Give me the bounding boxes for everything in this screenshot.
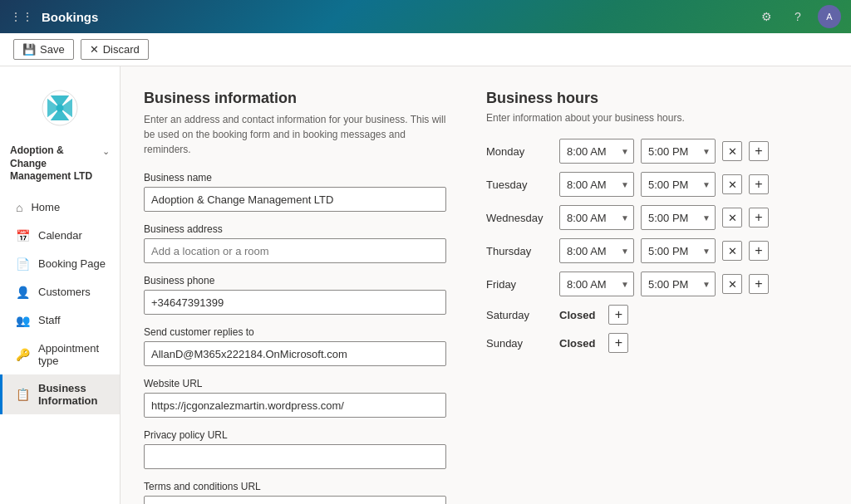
website-url-input[interactable] bbox=[144, 393, 446, 418]
monday-start-select[interactable]: 8:00 AM bbox=[559, 139, 634, 164]
user-avatar[interactable]: A bbox=[818, 5, 841, 28]
discard-label: Discard bbox=[103, 43, 140, 56]
settings-icon[interactable]: ⚙ bbox=[755, 5, 778, 28]
sidebar-item-label: Home bbox=[31, 201, 60, 213]
content-area: Business information Enter an address an… bbox=[121, 66, 851, 504]
sidebar-item-customers[interactable]: 👤 Customers bbox=[0, 278, 120, 306]
staff-icon: 👥 bbox=[16, 314, 30, 327]
thursday-remove-button[interactable]: ✕ bbox=[722, 241, 742, 261]
privacy-policy-label: Privacy policy URL bbox=[144, 429, 446, 441]
main-layout: Adoption & Change Management LTD ⌄ ⌂ Hom… bbox=[0, 66, 851, 504]
sidebar-item-label: Business Information bbox=[38, 382, 106, 407]
wednesday-label: Wednesday bbox=[486, 212, 553, 224]
thursday-start-select[interactable]: 8:00 AM bbox=[559, 238, 634, 263]
sidebar-company[interactable]: Adoption & Change Management LTD ⌄ bbox=[0, 141, 120, 193]
privacy-policy-group: Privacy policy URL bbox=[144, 429, 446, 469]
sidebar-item-staff[interactable]: 👥 Staff bbox=[0, 306, 120, 335]
monday-add-button[interactable]: + bbox=[749, 141, 769, 161]
monday-end-select[interactable]: 5:00 PM bbox=[641, 139, 716, 164]
tuesday-add-button[interactable]: + bbox=[749, 174, 769, 194]
friday-remove-button[interactable]: ✕ bbox=[722, 274, 742, 294]
tuesday-remove-button[interactable]: ✕ bbox=[722, 174, 742, 194]
saturday-add-button[interactable]: + bbox=[608, 305, 628, 325]
business-info-panel: Business information Enter an address an… bbox=[121, 66, 470, 504]
sunday-add-button[interactable]: + bbox=[608, 333, 628, 353]
send-replies-input[interactable] bbox=[144, 341, 446, 366]
business-address-group: Business address bbox=[144, 223, 446, 263]
discard-button[interactable]: ✕ Discard bbox=[81, 39, 149, 60]
terms-conditions-label: Terms and conditions URL bbox=[144, 481, 446, 492]
key-icon: 🔑 bbox=[16, 348, 30, 361]
business-name-input[interactable] bbox=[144, 187, 446, 212]
business-hours-title: Business hours bbox=[486, 90, 828, 107]
wednesday-add-button[interactable]: + bbox=[749, 208, 769, 228]
tuesday-end-select[interactable]: 5:00 PM bbox=[641, 172, 716, 197]
briefcase-icon: 📋 bbox=[16, 388, 30, 401]
privacy-policy-input[interactable] bbox=[144, 444, 446, 469]
company-name: Adoption & Change Management LTD bbox=[10, 144, 102, 183]
sidebar-item-label: Booking Page bbox=[38, 257, 106, 270]
business-phone-label: Business phone bbox=[144, 275, 446, 286]
wednesday-end-wrapper: 5:00 PM ▼ bbox=[641, 205, 716, 230]
saturday-label: Saturday bbox=[486, 309, 553, 321]
monday-start-wrapper: 8:00 AM ▼ bbox=[559, 139, 634, 164]
sunday-hours-row: Sunday Closed + bbox=[486, 333, 828, 353]
thursday-end-select[interactable]: 5:00 PM bbox=[641, 238, 716, 263]
friday-end-select[interactable]: 5:00 PM bbox=[641, 272, 716, 296]
business-info-desc: Enter an address and contact information… bbox=[144, 112, 446, 157]
calendar-icon: 📅 bbox=[16, 229, 30, 242]
business-hours-panel: Business hours Enter information about y… bbox=[470, 66, 851, 504]
friday-start-select[interactable]: 8:00 AM bbox=[559, 272, 634, 296]
wednesday-hours-row: Wednesday 8:00 AM ▼ 5:00 PM ▼ ✕ + bbox=[486, 205, 828, 230]
save-button[interactable]: 💾 Save bbox=[13, 39, 74, 60]
save-label: Save bbox=[40, 43, 65, 56]
sidebar-item-appointment-type[interactable]: 🔑 Appointment type bbox=[0, 335, 120, 374]
sidebar-item-label: Calendar bbox=[38, 229, 82, 242]
business-hours-desc: Enter information about your business ho… bbox=[486, 112, 828, 124]
help-icon[interactable]: ? bbox=[786, 5, 809, 28]
friday-hours-row: Friday 8:00 AM ▼ 5:00 PM ▼ ✕ + bbox=[486, 272, 828, 296]
monday-label: Monday bbox=[486, 145, 553, 158]
tuesday-hours-row: Tuesday 8:00 AM ▼ 5:00 PM ▼ ✕ + bbox=[486, 172, 828, 197]
saturday-closed-label: Closed bbox=[559, 309, 595, 321]
sidebar-logo bbox=[0, 66, 120, 141]
sidebar-item-business-information[interactable]: 📋 Business Information bbox=[0, 374, 120, 414]
tuesday-start-wrapper: 8:00 AM ▼ bbox=[559, 172, 634, 197]
sidebar-item-home[interactable]: ⌂ Home bbox=[0, 193, 120, 222]
tuesday-end-wrapper: 5:00 PM ▼ bbox=[641, 172, 716, 197]
thursday-start-wrapper: 8:00 AM ▼ bbox=[559, 238, 634, 263]
friday-end-wrapper: 5:00 PM ▼ bbox=[641, 272, 716, 296]
svg-point-1 bbox=[57, 105, 64, 112]
wednesday-remove-button[interactable]: ✕ bbox=[722, 208, 742, 228]
chevron-down-icon: ⌄ bbox=[102, 146, 110, 157]
send-replies-label: Send customer replies to bbox=[144, 326, 446, 338]
business-phone-input[interactable] bbox=[144, 290, 446, 315]
tuesday-start-select[interactable]: 8:00 AM bbox=[559, 172, 634, 197]
toolbar: 💾 Save ✕ Discard bbox=[0, 33, 851, 66]
friday-add-button[interactable]: + bbox=[749, 274, 769, 294]
save-icon: 💾 bbox=[22, 43, 36, 56]
website-url-label: Website URL bbox=[144, 378, 446, 389]
wednesday-start-wrapper: 8:00 AM ▼ bbox=[559, 205, 634, 230]
thursday-add-button[interactable]: + bbox=[749, 241, 769, 261]
thursday-end-wrapper: 5:00 PM ▼ bbox=[641, 238, 716, 263]
globe-icon: 📄 bbox=[16, 257, 30, 271]
grid-icon: ⋮⋮ bbox=[10, 10, 33, 23]
thursday-hours-row: Thursday 8:00 AM ▼ 5:00 PM ▼ ✕ + bbox=[486, 238, 828, 263]
website-url-group: Website URL bbox=[144, 378, 446, 418]
send-replies-group: Send customer replies to bbox=[144, 326, 446, 366]
business-name-group: Business name bbox=[144, 172, 446, 212]
wednesday-end-select[interactable]: 5:00 PM bbox=[641, 205, 716, 230]
company-logo bbox=[35, 83, 85, 133]
monday-hours-row: Monday 8:00 AM ▼ 5:00 PM ▼ ✕ + bbox=[486, 139, 828, 164]
sidebar-item-label: Staff bbox=[38, 314, 61, 326]
business-address-input[interactable] bbox=[144, 238, 446, 263]
terms-conditions-input[interactable] bbox=[144, 496, 446, 504]
sidebar-item-calendar[interactable]: 📅 Calendar bbox=[0, 222, 120, 250]
people-icon: 👤 bbox=[16, 286, 30, 299]
wednesday-start-select[interactable]: 8:00 AM bbox=[559, 205, 634, 230]
sunday-label: Sunday bbox=[486, 337, 553, 350]
home-icon: ⌂ bbox=[16, 201, 22, 214]
sidebar-item-booking-page[interactable]: 📄 Booking Page bbox=[0, 250, 120, 278]
monday-remove-button[interactable]: ✕ bbox=[722, 141, 742, 161]
